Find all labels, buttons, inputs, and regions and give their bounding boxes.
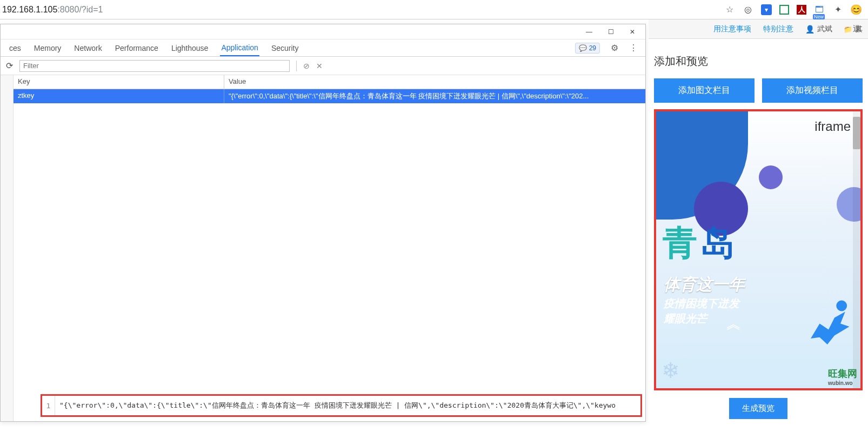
cell-key: ztkey (14, 89, 224, 103)
tab-performance[interactable]: Performance (114, 41, 159, 56)
url-host: 192.168.1.105 (2, 5, 57, 14)
minimize-icon[interactable]: — (583, 28, 596, 36)
storage-sidebar-collapsed[interactable] (1, 75, 14, 421)
url-port: :8080 (57, 5, 79, 14)
preview-iframe[interactable]: iframe 青岛 体育这一年 疫情困境下迸发 耀眼光芒 ︽ ❄ 旺集网 wub… (654, 109, 863, 390)
filter-input[interactable] (19, 60, 290, 72)
scrollbar-thumb[interactable] (853, 117, 860, 149)
extensions-puzzle-icon[interactable]: ✦ (832, 4, 843, 15)
maximize-icon[interactable]: ☐ (604, 28, 617, 36)
devtools-tab-strip: ces Memory Network Performance Lighthous… (1, 39, 645, 57)
chevron-up-icon: ︽ (726, 314, 742, 334)
delete-icon[interactable]: ✕ (316, 62, 323, 70)
column-value[interactable]: Value (224, 75, 645, 89)
preview-sub2: 疫情困境下迸发 (664, 296, 739, 311)
value-detail-pane: 1 "{\"error\":0,\"data\":{\"title\":\"信网… (41, 394, 642, 417)
user-icon: 👤 (805, 25, 814, 34)
storage-toolbar: ⟳ ⊘ ✕ (1, 57, 645, 75)
section-title: 添加和预览 (654, 54, 863, 69)
tab-network[interactable]: Network (73, 41, 103, 56)
extension-blue-icon[interactable]: ▾ (761, 4, 772, 15)
title-char-2: 岛 (700, 223, 738, 262)
scrollbar[interactable] (853, 111, 860, 388)
refresh-icon[interactable]: ⟳ (6, 61, 13, 71)
storage-body: Key Value ztkey "{\"error\":0,\"data\":{… (1, 75, 645, 421)
right-content: 添加和预览 添加图文栏目 添加视频栏目 iframe 青岛 体育这一年 疫情困境… (649, 39, 868, 424)
title-char-1: 青 (663, 223, 700, 262)
cell-value: "{\"error\":0,\"data\":{\"title\":\"信网年终… (224, 89, 645, 103)
preview-sub3: 耀眼光芒 (664, 311, 707, 326)
preview-title: 青岛 (663, 220, 738, 267)
devtools-titlebar: — ☐ ✕ (1, 24, 645, 39)
add-video-column-button[interactable]: 添加视频栏目 (762, 78, 863, 103)
decor-shape (759, 165, 783, 189)
extension-icons: ☆ ◎ ▾ 人 🗔New ✦ 😊 (724, 4, 868, 15)
fireworks-icon: ❄ (662, 358, 680, 383)
extension-recorder-icon[interactable]: 🗔New (814, 4, 825, 15)
extension-green-icon[interactable] (779, 5, 789, 15)
message-icon: 💬 (579, 44, 587, 52)
line-number: 1 (42, 396, 55, 415)
add-text-column-button[interactable]: 添加图文栏目 (654, 78, 755, 103)
url-path: /?id=1 (79, 5, 103, 14)
devtools-window: — ☐ ✕ ces Memory Network Performance Lig… (0, 24, 646, 422)
user-display[interactable]: 👤 武斌 (805, 24, 832, 34)
nav-special-notice[interactable]: 特别注意 (763, 24, 793, 34)
generate-preview-button[interactable]: 生成预览 (729, 398, 787, 419)
app-right-panel: 用注意事项 特别注意 👤 武斌 ⟲ 退 添加和预览 添加图文栏目 添加视频栏目 … (649, 19, 868, 445)
extension-adobe-icon[interactable]: 人 (797, 5, 806, 15)
user-name: 武斌 (817, 24, 832, 34)
tab-lighthouse[interactable]: Lighthouse (170, 41, 210, 56)
table-header: Key Value (14, 75, 645, 89)
column-key[interactable]: Key (14, 75, 224, 89)
target-icon[interactable]: ◎ (743, 4, 753, 15)
preview-sub1: 体育这一年 (664, 274, 745, 296)
table-row[interactable]: ztkey "{\"error\":0,\"data\":{\"title\":… (14, 89, 645, 103)
browser-address-bar: 192.168.1.105:8080/?id=1 ☆ ◎ ▾ 人 🗔New ✦ … (0, 0, 868, 19)
tab-sources[interactable]: ces (8, 41, 22, 56)
profile-avatar-icon[interactable]: 😊 (851, 4, 862, 15)
bookmark-other[interactable]: 其 (856, 24, 863, 34)
tab-security[interactable]: Security (270, 41, 300, 56)
svg-point-0 (836, 301, 847, 311)
runner-icon (799, 291, 858, 350)
folder-icon: 📁 (844, 25, 852, 34)
tab-memory[interactable]: Memory (33, 41, 63, 56)
close-icon[interactable]: ✕ (626, 28, 639, 36)
divider (296, 61, 297, 71)
iframe-label: iframe (814, 119, 851, 134)
storage-table: Key Value ztkey "{\"error\":0,\"data\":{… (14, 75, 645, 421)
url-display[interactable]: 192.168.1.105:8080/?id=1 (0, 5, 103, 15)
star-icon[interactable]: ☆ (724, 4, 735, 15)
detail-code[interactable]: "{\"error\":0,\"data\":{\"title\":\"信网年终… (55, 401, 620, 410)
app-header: 用注意事项 特别注意 👤 武斌 ⟲ 退 (649, 19, 868, 39)
bookmarks-bar: 📁 其 (844, 21, 863, 38)
table-empty-area[interactable] (14, 103, 645, 394)
messages-badge[interactable]: 💬 29 (575, 43, 600, 54)
nav-use-notice[interactable]: 用注意事项 (713, 24, 751, 34)
messages-count: 29 (589, 44, 596, 52)
more-icon[interactable]: ⋮ (629, 43, 638, 53)
clear-icon[interactable]: ⊘ (303, 62, 310, 70)
tab-application[interactable]: Application (220, 40, 259, 56)
button-row: 添加图文栏目 添加视频栏目 (654, 78, 863, 103)
gear-icon[interactable]: ⚙ (611, 43, 618, 53)
